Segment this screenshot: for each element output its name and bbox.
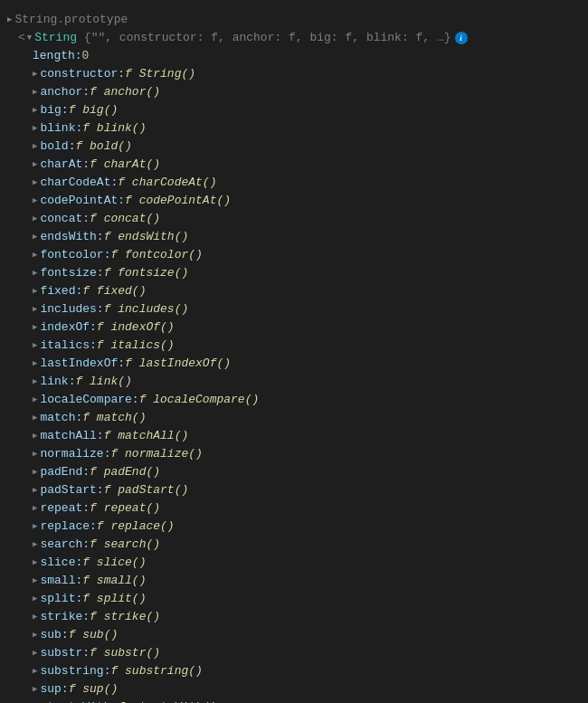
prototype-label: String.prototype: [14, 12, 128, 28]
property-line[interactable]: normalize: f normalize(): [0, 445, 588, 463]
property-line[interactable]: search: f search(): [0, 536, 588, 554]
property-expand-arrow[interactable]: [33, 555, 37, 571]
property-value: f sub(): [69, 627, 119, 643]
property-expand-arrow[interactable]: [33, 537, 37, 553]
property-expand-arrow[interactable]: [33, 193, 37, 209]
property-expand-arrow[interactable]: [33, 84, 37, 100]
property-expand-arrow[interactable]: [33, 681, 37, 698]
property-expand-arrow[interactable]: [33, 627, 37, 643]
property-expand-arrow[interactable]: [33, 229, 37, 245]
property-expand-arrow[interactable]: [33, 392, 37, 408]
property-expand-arrow[interactable]: [33, 609, 37, 625]
property-line[interactable]: charAt: f charAt(): [0, 156, 588, 174]
property-line[interactable]: anchor: f anchor(): [0, 83, 588, 101]
property-value: f sup(): [69, 681, 119, 698]
property-line[interactable]: substring: f substring(): [0, 662, 588, 680]
property-line[interactable]: slice: f slice(): [0, 554, 588, 572]
property-expand-arrow[interactable]: [33, 102, 37, 119]
property-expand-arrow[interactable]: [33, 301, 37, 318]
property-expand-arrow[interactable]: [33, 120, 37, 137]
property-expand-arrow[interactable]: [33, 319, 37, 336]
property-expand-arrow[interactable]: [33, 66, 37, 82]
property-line[interactable]: fontsize: f fontsize(): [0, 264, 588, 282]
property-value: f includes(): [104, 301, 189, 318]
property-value: f concat(): [90, 211, 160, 227]
property-line[interactable]: italics: f italics(): [0, 337, 588, 355]
property-value: f match(): [82, 410, 146, 426]
property-expand-arrow[interactable]: [33, 482, 37, 499]
property-line[interactable]: padStart: f padStart(): [0, 481, 588, 499]
property-value: f padEnd(): [90, 464, 160, 480]
property-line[interactable]: charCodeAt: f charCodeAt(): [0, 174, 588, 192]
property-line[interactable]: concat: f concat(): [0, 210, 588, 228]
property-value: f big(): [69, 102, 119, 119]
property-line[interactable]: replace: f replace(): [0, 518, 588, 536]
property-line[interactable]: big: f big(): [0, 101, 588, 119]
prototype-expand-arrow[interactable]: [7, 12, 12, 28]
property-line[interactable]: endsWith: f endsWith(): [0, 228, 588, 246]
property-key: charCodeAt:: [40, 175, 118, 191]
property-value: f fontcolor(): [110, 247, 202, 263]
property-expand-arrow[interactable]: [33, 138, 37, 155]
property-expand-arrow[interactable]: [33, 247, 37, 263]
property-line[interactable]: repeat: f repeat(): [0, 499, 588, 518]
property-line[interactable]: match: f match(): [0, 409, 588, 427]
property-expand-arrow[interactable]: [33, 337, 37, 354]
property-expand-arrow[interactable]: [33, 175, 37, 191]
property-line[interactable]: split: f split(): [0, 590, 588, 608]
property-line[interactable]: sup: f sup(): [0, 680, 588, 698]
property-expand-arrow[interactable]: [33, 446, 37, 462]
property-expand-arrow[interactable]: [33, 500, 37, 517]
string-object-line[interactable]: < String {"", constructor: f, anchor: f,…: [0, 29, 588, 47]
prototype-header-line[interactable]: String.prototype: [0, 11, 588, 29]
info-icon[interactable]: i: [455, 32, 468, 44]
property-line[interactable]: substr: f substr(): [0, 644, 588, 662]
property-expand-arrow[interactable]: [33, 157, 37, 173]
property-expand-arrow[interactable]: [33, 211, 37, 227]
property-expand-arrow[interactable]: [33, 283, 37, 299]
property-expand-arrow[interactable]: [33, 518, 37, 535]
property-key: indexOf:: [40, 319, 96, 336]
property-line[interactable]: fixed: f fixed(): [0, 282, 588, 300]
property-line[interactable]: codePointAt: f codePointAt(): [0, 192, 588, 210]
property-line[interactable]: includes: f includes(): [0, 300, 588, 318]
property-expand-arrow[interactable]: [33, 645, 37, 661]
property-line[interactable]: sub: f sub(): [0, 626, 588, 644]
property-expand-arrow[interactable]: [33, 410, 37, 426]
property-line[interactable]: bold: f bold(): [0, 138, 588, 156]
property-expand-arrow[interactable]: [33, 265, 37, 281]
property-line[interactable]: lastIndexOf: f lastIndexOf(): [0, 355, 588, 373]
property-expand-arrow[interactable]: [33, 428, 37, 444]
property-key: matchAll:: [40, 428, 103, 444]
property-expand-arrow[interactable]: [33, 699, 37, 703]
property-line[interactable]: startsWith: f startsWith(): [0, 698, 588, 703]
property-value: f strike(): [90, 609, 160, 625]
property-line[interactable]: localeCompare: f localeCompare(): [0, 391, 588, 409]
property-line[interactable]: fontcolor: f fontcolor(): [0, 246, 588, 264]
property-line[interactable]: blink: f blink(): [0, 119, 588, 138]
property-value: f fixed(): [82, 283, 146, 299]
property-key: search:: [40, 537, 90, 553]
property-expand-arrow[interactable]: [33, 464, 37, 480]
property-expand-arrow[interactable]: [33, 663, 37, 679]
property-line[interactable]: padEnd: f padEnd(): [0, 463, 588, 481]
string-expand-arrow[interactable]: [27, 30, 32, 46]
property-expand-arrow[interactable]: [33, 573, 37, 589]
property-key: normalize:: [40, 446, 110, 462]
property-value: f search(): [90, 537, 160, 553]
property-key: sup:: [40, 681, 68, 698]
property-line[interactable]: indexOf: f indexOf(): [0, 318, 588, 337]
property-key: split:: [40, 591, 82, 607]
property-value: f substring(): [110, 663, 202, 679]
property-line[interactable]: strike: f strike(): [0, 608, 588, 626]
console-panel: String.prototype < String {"", construct…: [0, 7, 588, 703]
property-line[interactable]: small: f small(): [0, 572, 588, 590]
property-value: f slice(): [82, 555, 146, 571]
property-line[interactable]: link: f link(): [0, 373, 588, 391]
property-line[interactable]: constructor: f String(): [0, 65, 588, 83]
property-expand-arrow[interactable]: [33, 356, 37, 372]
property-line[interactable]: matchAll: f matchAll(): [0, 427, 588, 445]
property-expand-arrow[interactable]: [33, 374, 37, 390]
property-expand-arrow[interactable]: [33, 591, 37, 607]
property-key: blink:: [40, 120, 82, 137]
